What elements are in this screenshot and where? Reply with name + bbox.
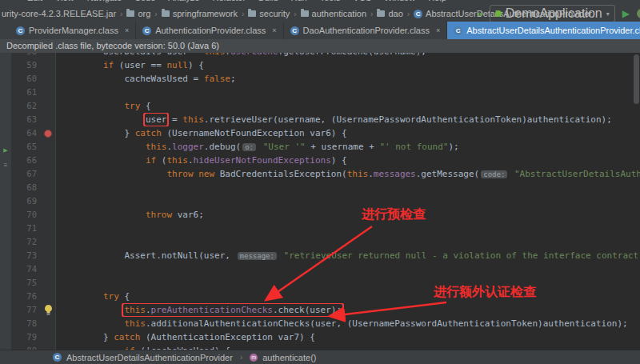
gutter	[41, 276, 56, 290]
close-icon[interactable]: ×	[125, 26, 129, 34]
run-toolbar: « DemoApplication ▾ ▶	[478, 6, 640, 22]
breadcrumb-item[interactable]: urity-core-4.2.3.RELEASE.jar	[0, 9, 118, 18]
breadcrumb-method[interactable]: authenticate()	[262, 353, 316, 362]
line-number[interactable]: 73	[11, 249, 41, 262]
gutter	[41, 154, 56, 167]
gutter	[41, 53, 56, 58]
menu-item[interactable]: Window	[384, 0, 415, 2]
tab-label: ProviderManager.class	[29, 26, 118, 35]
tab-label: AuthenticationProvider.class	[155, 26, 266, 35]
code-line: 63 user = this.retrieveUser(username, (U…	[11, 113, 640, 126]
line-number[interactable]: 58	[11, 53, 41, 58]
bottom-breadcrumb-bar: C AbstractUserDetailsAuthenticationProvi…	[0, 350, 640, 364]
code-line: 69	[11, 194, 640, 208]
line-number[interactable]: 61	[11, 86, 41, 99]
gutter	[41, 140, 56, 154]
breadcrumb-item[interactable]: security	[246, 9, 291, 18]
close-icon[interactable]: ×	[272, 26, 276, 34]
line-number[interactable]: 66	[11, 154, 41, 167]
menu-item[interactable]: Navigate	[87, 0, 122, 2]
editor-tab[interactable]: CDaoAuthenticationProvider.class×	[284, 22, 448, 39]
line-number[interactable]: 71	[11, 222, 41, 235]
chevron-right-icon: ›	[120, 10, 122, 18]
breadcrumb-item[interactable]: authentication	[299, 9, 369, 18]
code-line: 76 try {	[11, 290, 640, 303]
line-number[interactable]: 65	[11, 140, 41, 154]
class-icon: C	[290, 26, 299, 35]
menu-item[interactable]: Run	[291, 0, 307, 2]
menu-item[interactable]: Help	[428, 0, 446, 2]
code-text: if (this.hideUserNotFoundExceptions) {	[56, 154, 640, 167]
code-line: 79 } catch (AuthenticationException var7…	[11, 330, 640, 344]
code-line: 75	[11, 276, 640, 290]
code-text: this.preAuthenticationChecks.check(user)…	[56, 303, 640, 317]
run-button[interactable]: ▶	[622, 9, 630, 18]
menu-item[interactable]: Build	[258, 0, 278, 2]
breadcrumb-label: security	[259, 9, 290, 18]
breadcrumb-item[interactable]: springframework	[160, 9, 239, 18]
line-number[interactable]: 63	[11, 113, 41, 126]
tool-window-stripe: ▶ ≡	[0, 53, 11, 350]
chevron-right-icon: ›	[242, 10, 244, 18]
scrollbar[interactable]	[634, 54, 639, 104]
menu-item[interactable]: Edit	[27, 0, 42, 2]
menu-item[interactable]: Analyze	[168, 0, 199, 2]
line-number[interactable]: 70	[11, 208, 41, 222]
editor-tab[interactable]: CAuthenticationProvider.class×	[136, 22, 283, 39]
gutter	[41, 290, 56, 303]
line-number[interactable]: 79	[11, 330, 41, 344]
code-text: } catch (UsernameNotFoundException var6)…	[56, 126, 640, 140]
code-line: 71	[11, 222, 640, 235]
code-text	[56, 276, 640, 290]
line-number[interactable]: 78	[11, 317, 41, 330]
editor-tab[interactable]: CAbstractUserDetailsAuthenticationProvid…	[447, 22, 640, 39]
close-icon[interactable]: ×	[436, 26, 440, 34]
menu-item[interactable]: Tools	[320, 0, 341, 2]
breadcrumb-label: authentication	[312, 9, 367, 18]
menu-item[interactable]: Refactor	[212, 0, 246, 2]
menu-item[interactable]: View	[55, 0, 74, 2]
breadcrumb-item[interactable]: dao	[375, 9, 404, 18]
line-number[interactable]: 64	[11, 126, 41, 140]
code-text	[56, 86, 640, 99]
code-line: 65 this.logger.debug(o: "User '" + usern…	[11, 140, 640, 154]
breadcrumb-class[interactable]: AbstractUserDetailsAuthenticationProvide…	[66, 353, 233, 362]
tool-window-run-icon[interactable]: ▶	[3, 147, 7, 153]
debug-icon[interactable]	[637, 9, 640, 18]
method-icon: m	[250, 354, 258, 362]
code-line: 62 try {	[11, 99, 640, 113]
line-number[interactable]: 75	[11, 276, 41, 290]
line-number[interactable]: 67	[11, 167, 41, 181]
chevron-right-icon: ›	[294, 10, 296, 18]
code-text	[56, 235, 640, 249]
line-number[interactable]: 80	[11, 344, 41, 350]
gutter	[41, 208, 56, 222]
line-number[interactable]: 69	[11, 194, 41, 208]
editor-tab[interactable]: CProviderManager.class×	[10, 22, 136, 39]
code-text: this.additionalAuthenticationChecks(user…	[56, 317, 640, 330]
menu-item[interactable]: Code	[134, 0, 155, 2]
run-config-select[interactable]: DemoApplication ▾	[490, 5, 615, 22]
line-number[interactable]: 60	[11, 72, 41, 86]
menu-item[interactable]: VCS	[353, 0, 371, 2]
code-text: UserDetails user = this.userCache.getUse…	[56, 53, 640, 58]
line-number[interactable]: 59	[11, 58, 41, 72]
gutter	[41, 72, 56, 86]
breakpoint-icon[interactable]	[41, 126, 56, 140]
line-number[interactable]: 74	[11, 262, 41, 276]
gutter	[41, 194, 56, 208]
intention-bulb-icon[interactable]	[41, 303, 56, 317]
package-icon	[377, 10, 385, 17]
line-number[interactable]: 68	[11, 181, 41, 194]
code-line: 80 if (!cacheWasUsed) {	[11, 344, 640, 350]
line-number[interactable]: 77	[11, 303, 41, 317]
vcs-update-icon[interactable]: «	[478, 9, 482, 18]
line-number[interactable]: 76	[11, 290, 41, 303]
line-number[interactable]: 72	[11, 235, 41, 249]
tool-window-structure-icon[interactable]: ≡	[4, 162, 8, 169]
breadcrumb-item[interactable]: org	[125, 9, 152, 18]
breadcrumb-label: org	[138, 9, 150, 18]
editor[interactable]: 58 UserDetails user = this.userCache.get…	[11, 53, 640, 350]
gutter	[41, 58, 56, 72]
line-number[interactable]: 62	[11, 99, 41, 113]
